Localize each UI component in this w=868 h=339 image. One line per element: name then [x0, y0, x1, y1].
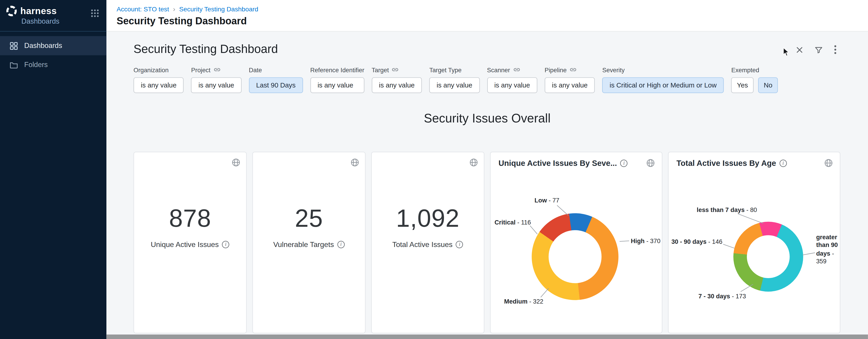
filter-label: Exempted: [731, 66, 778, 74]
globe-icon[interactable]: [646, 159, 655, 168]
filter-label: Severity: [602, 66, 724, 74]
breadcrumb-account-link[interactable]: Account: STO test: [117, 6, 169, 12]
tile-issues-by-severity: Unique Active Issues By Seve... i Low - …: [490, 152, 662, 333]
filter-label: Date: [249, 66, 303, 74]
filter-reference-identifier: Reference Identifier is any value: [310, 66, 364, 93]
harness-logo-icon[interactable]: [6, 5, 18, 17]
filter-pipeline-value[interactable]: is any value: [545, 77, 595, 93]
filter-exempted: Exempted Yes No: [731, 66, 778, 93]
link-icon: [392, 66, 399, 73]
sidebar-item-label: Folders: [24, 61, 48, 69]
filter-date: Date Last 90 Days: [249, 66, 303, 93]
horizontal-scrollbar[interactable]: [106, 335, 868, 339]
kebab-menu-icon[interactable]: [834, 45, 836, 54]
age-donut-chart[interactable]: [733, 222, 803, 292]
stat-value: 878: [134, 204, 246, 232]
filter-bar: Organization is any value Project is any…: [106, 56, 868, 93]
filter-label: Project: [191, 66, 211, 73]
info-icon[interactable]: i: [620, 159, 627, 167]
breadcrumb-page-link[interactable]: Security Testing Dashboard: [179, 6, 258, 12]
callout-critical: Critical - 116: [495, 219, 531, 226]
chart-title: Unique Active Issues By Seve...: [498, 159, 617, 168]
tiles-row: 878 Unique Active Issues i 25 Vulnerable…: [106, 152, 868, 333]
sidebar-nav: Dashboards Folders: [0, 32, 106, 75]
main-area: Account: STO test › Security Testing Das…: [106, 0, 868, 339]
close-icon[interactable]: [796, 46, 803, 53]
tile-total-active-issues: 1,092 Total Active Issues i: [371, 152, 484, 333]
filter-label: Reference Identifier: [310, 66, 364, 74]
sidebar-header: harness Dashboards: [0, 0, 106, 32]
callout-7-30-days: 7 - 30 days - 173: [699, 293, 746, 300]
globe-icon[interactable]: [824, 159, 833, 168]
filter-scanner: Scanner is any value: [487, 66, 537, 93]
info-icon[interactable]: i: [222, 241, 229, 248]
section-title: Security Issues Overall: [106, 111, 868, 126]
filter-label: Target Type: [429, 66, 479, 74]
filter-project: Project is any value: [191, 66, 242, 93]
info-icon[interactable]: i: [779, 159, 787, 167]
globe-icon[interactable]: [231, 158, 241, 167]
filter-severity: Severity is Critical or High or Medium o…: [602, 66, 724, 93]
filter-reference-identifier-value[interactable]: is any value: [310, 77, 364, 93]
filter-target-type-value[interactable]: is any value: [429, 77, 479, 93]
breadcrumb-separator: ›: [173, 5, 175, 13]
tile-vulnerable-targets: 25 Vulnerable Targets i: [252, 152, 366, 333]
dashboard-toolbar: [796, 45, 836, 54]
info-icon[interactable]: i: [337, 241, 345, 248]
dashboard-embed: Security Testing Dashboard Organization: [106, 32, 868, 339]
callout-low: Low - 77: [534, 197, 559, 204]
filter-severity-value[interactable]: is Critical or High or Medium or Low: [602, 77, 724, 93]
link-icon: [213, 66, 220, 73]
severity-donut-chart[interactable]: [532, 213, 618, 300]
exempted-yes-button[interactable]: Yes: [731, 77, 753, 93]
link-icon: [569, 66, 577, 73]
sidebar-item-dashboards[interactable]: Dashboards: [0, 36, 106, 55]
filter-label: Pipeline: [545, 66, 567, 73]
globe-icon[interactable]: [469, 158, 478, 167]
sidebar-item-folders[interactable]: Folders: [0, 55, 106, 74]
filter-project-value[interactable]: is any value: [191, 77, 242, 93]
callout-medium: Medium - 322: [504, 298, 544, 305]
tile-issues-by-age: Total Active Issues By Age i less than 7: [668, 152, 840, 333]
brand-wordmark: harness: [20, 6, 57, 16]
filter-icon[interactable]: [814, 46, 823, 54]
breadcrumb: Account: STO test › Security Testing Das…: [117, 5, 868, 13]
callout-high: High - 370: [631, 237, 661, 244]
screen: harness Dashboards Dashboards: [0, 0, 868, 339]
callout-less-than-7-days: less than 7 days - 80: [697, 206, 757, 214]
filter-target: Target is any value: [372, 66, 422, 93]
dashboards-icon: [9, 41, 18, 50]
filter-organization: Organization is any value: [133, 66, 184, 93]
filter-scanner-value[interactable]: is any value: [487, 77, 537, 93]
filter-date-value[interactable]: Last 90 Days: [249, 77, 303, 93]
link-icon: [513, 66, 520, 73]
stat-label: Total Active Issues: [392, 241, 453, 249]
page-header: Account: STO test › Security Testing Das…: [106, 0, 868, 32]
page-title: Security Testing Dashboard: [117, 15, 868, 27]
sidebar-item-label: Dashboards: [24, 42, 62, 50]
stat-value: 1,092: [372, 204, 484, 232]
filter-target-value[interactable]: is any value: [372, 77, 422, 93]
filter-organization-value[interactable]: is any value: [133, 77, 184, 93]
filter-pipeline: Pipeline is any value: [545, 66, 595, 93]
filter-label: Organization: [133, 66, 184, 74]
filter-target-type: Target Type is any value: [429, 66, 479, 93]
stat-label: Unique Active Issues: [151, 241, 219, 249]
module-switcher-grid-icon[interactable]: [91, 9, 99, 18]
stat-value: 25: [253, 204, 365, 232]
module-name[interactable]: Dashboards: [21, 18, 100, 25]
tile-unique-active-issues: 878 Unique Active Issues i: [133, 152, 247, 333]
globe-icon[interactable]: [350, 158, 359, 167]
stat-label: Vulnerable Targets: [273, 241, 334, 249]
dashboard-title: Security Testing Dashboard: [106, 32, 868, 56]
callout-30-90-days: 30 - 90 days - 146: [671, 238, 722, 245]
filter-label: Target: [372, 66, 389, 73]
callout-greater-than-90-days: greater than 90 days - 359: [816, 233, 843, 265]
exempted-no-button[interactable]: No: [758, 77, 778, 93]
chart-title: Total Active Issues By Age: [677, 159, 776, 168]
folder-icon: [9, 61, 18, 69]
info-icon[interactable]: i: [456, 241, 463, 248]
sidebar: harness Dashboards Dashboards: [0, 0, 106, 339]
filter-label: Scanner: [487, 66, 510, 73]
